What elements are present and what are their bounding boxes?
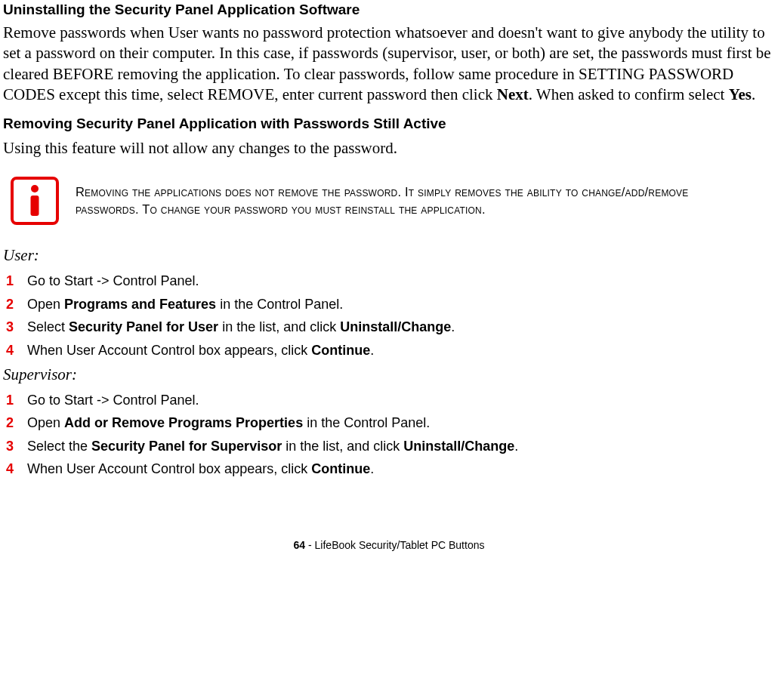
para1-bold-next: Next: [497, 85, 529, 103]
para1-bold-yes: Yes: [729, 85, 752, 103]
supervisor-step: 3Select the Security Panel for Superviso…: [3, 438, 775, 455]
heading-uninstalling: Uninstalling the Security Panel Applicat…: [3, 2, 775, 18]
paragraph-uninstalling: Remove passwords when User wants no pass…: [3, 23, 775, 105]
step-text: When User Account Control box appears, c…: [27, 460, 374, 478]
step-number: 2: [6, 415, 17, 431]
supervisor-step: 2Open Add or Remove Programs Properties …: [3, 414, 775, 432]
info-note: Removing the applications does not remov…: [11, 177, 775, 225]
heading-removing-active: Removing Security Panel Application with…: [3, 115, 775, 132]
step-text: Select Security Panel for User in the li…: [27, 319, 455, 336]
step-text: Go to Start -> Control Panel.: [27, 392, 199, 409]
footer-title: LifeBook Security/Tablet PC Buttons: [315, 539, 485, 551]
svg-point-0: [31, 185, 39, 192]
step-number: 2: [6, 297, 17, 313]
step-text: Select the Security Panel for Supervisor…: [27, 438, 518, 455]
user-step: 1Go to Start -> Control Panel.: [3, 273, 775, 290]
supervisor-steps: 1Go to Start -> Control Panel.2Open Add …: [3, 392, 775, 479]
info-icon: [11, 177, 59, 225]
step-number: 4: [6, 461, 17, 477]
step-text: When User Account Control box appears, c…: [27, 342, 374, 359]
user-step: 4When User Account Control box appears, …: [3, 342, 775, 359]
label-supervisor: Supervisor:: [3, 365, 775, 384]
step-text: Go to Start -> Control Panel.: [27, 273, 199, 290]
svg-rect-1: [31, 196, 39, 216]
supervisor-step: 4When User Account Control box appears, …: [3, 460, 775, 478]
page-footer: 64 - LifeBook Security/Tablet PC Buttons: [3, 539, 775, 551]
step-number: 1: [6, 393, 17, 408]
user-step: 2Open Programs and Features in the Contr…: [3, 296, 775, 313]
step-number: 3: [6, 439, 17, 454]
step-number: 4: [6, 343, 17, 359]
document-page: Uninstalling the Security Panel Applicat…: [0, 2, 784, 566]
step-text: Open Add or Remove Programs Properties i…: [27, 414, 430, 432]
user-steps: 1Go to Start -> Control Panel.2Open Prog…: [3, 273, 775, 359]
info-note-text: Removing the applications does not remov…: [76, 183, 752, 218]
supervisor-step: 1Go to Start -> Control Panel.: [3, 392, 775, 409]
step-text: Open Programs and Features in the Contro…: [27, 296, 343, 313]
label-user: User:: [3, 246, 775, 265]
page-number: 64: [294, 539, 306, 551]
paragraph-using-feature: Using this feature will not allow any ch…: [3, 138, 775, 159]
para1-mid: . When asked to confirm select: [529, 85, 729, 103]
user-step: 3Select Security Panel for User in the l…: [3, 319, 775, 336]
step-number: 1: [6, 273, 17, 289]
step-number: 3: [6, 319, 17, 335]
para1-end: .: [752, 85, 755, 103]
footer-sep: -: [305, 539, 314, 551]
